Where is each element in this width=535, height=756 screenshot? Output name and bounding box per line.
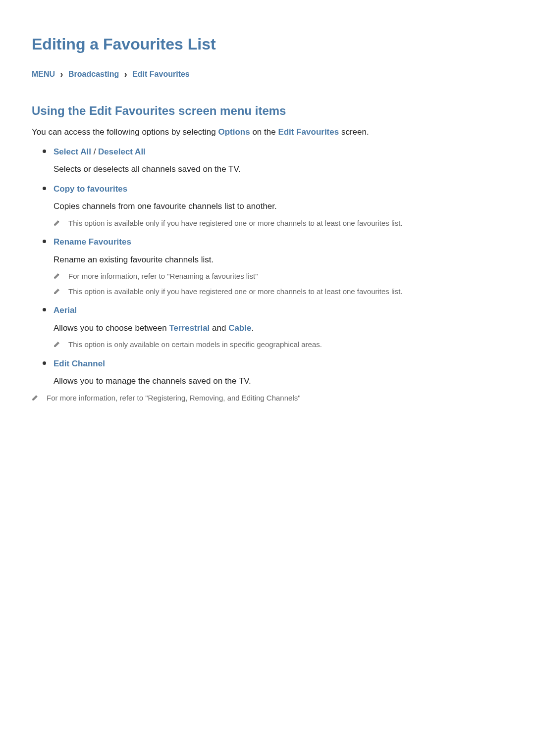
option-description: Rename an existing favourite channels li… [54,253,503,266]
options-list: Select All / Deselect All Selects or des… [32,146,503,404]
note-text: For more information, refer to "Renaming… [68,271,258,282]
option-description: Allows you to manage the channels saved … [54,375,503,388]
pencil-icon [54,219,60,227]
pencil-icon [32,394,39,402]
cable-highlight: Cable [228,323,251,333]
note-row: This option is available only if you hav… [54,286,503,298]
option-title: Rename Favourites [54,236,503,249]
note-text: For more information, refer to "Register… [47,393,301,404]
section-heading: Using the Edit Favourites screen menu it… [32,102,503,120]
note-row: This option is only available on certain… [54,339,503,351]
breadcrumb: MENU › Broadcasting › Edit Favourites [32,68,503,81]
note-text: This option is only available on certain… [68,339,322,351]
terrestrial-highlight: Terrestrial [169,323,210,333]
breadcrumb-broadcasting[interactable]: Broadcasting [68,70,119,78]
option-description: Copies channels from one favourite chann… [54,200,503,213]
note-text: This option is available only if you hav… [68,286,403,298]
options-highlight: Options [218,127,250,137]
pencil-icon [54,340,60,348]
option-title: Edit Channel [54,357,503,370]
pencil-icon [54,272,60,280]
option-select-all: Select All / Deselect All Selects or des… [54,146,503,176]
intro-text: You can access the following options by … [32,126,503,139]
option-edit-channel: Edit Channel Allows you to manage the ch… [54,357,503,404]
option-rename-favourites: Rename Favourites Rename an existing fav… [54,236,503,297]
pencil-icon [54,287,60,295]
breadcrumb-edit-favourites[interactable]: Edit Favourites [132,70,190,78]
note-text: This option is available only if you hav… [68,218,403,229]
option-title: Copy to favourites [54,183,503,196]
option-description: Allows you to choose between Terrestrial… [54,322,503,335]
page-title: Editing a Favourites List [32,32,503,56]
option-aerial: Aerial Allows you to choose between Terr… [54,304,503,351]
option-title: Aerial [54,304,503,317]
option-description: Selects or deselects all channels saved … [54,163,503,176]
note-row: For more information, refer to "Renaming… [54,271,503,282]
option-copy-to-favourites: Copy to favourites Copies channels from … [54,183,503,229]
note-row: This option is available only if you hav… [54,218,503,229]
edit-favourites-highlight: Edit Favourites [278,127,339,137]
note-row: For more information, refer to "Register… [32,393,503,404]
chevron-right-icon: › [60,69,63,79]
option-title: Select All / Deselect All [54,146,503,158]
chevron-right-icon: › [124,69,127,79]
breadcrumb-menu[interactable]: MENU [32,70,55,78]
